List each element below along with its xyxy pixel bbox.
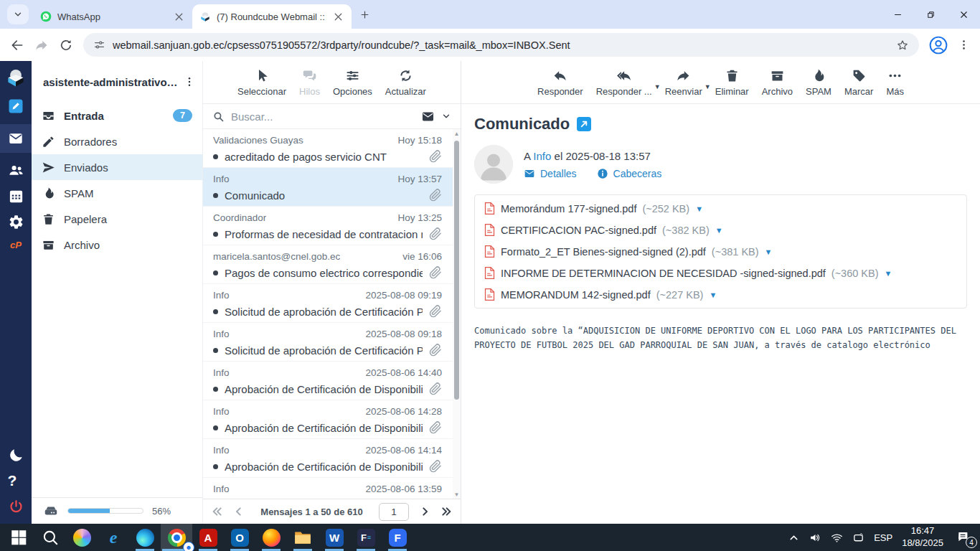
browser-profile-icon[interactable] [929,36,948,55]
close-window-button[interactable] [947,0,980,29]
message-list-item[interactable]: Info Hoy 13:57 Comunicado [203,168,461,207]
message-list-item[interactable]: Info 2025-08-06 14:14 Aprobación de Cert… [203,439,461,478]
list-toolbar-actualizar[interactable]: Actualizar ▼ [379,68,433,97]
next-page-button[interactable] [419,506,430,517]
word-app[interactable]: W [319,524,350,551]
message-list-item[interactable]: Info 2025-08-06 14:40 Aprobación de Cert… [203,362,461,400]
bookmark-star-icon[interactable] [896,39,909,52]
tab-search-button[interactable] [7,4,29,24]
url-bar[interactable]: webmail.sanjuan.gob.ec/cpsess0751905572/… [83,33,919,57]
settings-nav-button[interactable] [8,214,24,230]
tray-expand-icon[interactable] [788,532,800,544]
message-list-item[interactable]: Info 2025-08-06 14:28 Aprobación de Cert… [203,400,461,439]
volume-icon[interactable] [809,532,821,544]
folder-item-borradores[interactable]: Borradores [32,128,202,154]
message-toolbar-eliminar[interactable]: Eliminar ▼ [709,68,755,97]
list-toolbar-seleccionar[interactable]: Seleccionar ▼ [231,68,293,97]
internet-explorer-app[interactable]: e [98,524,129,551]
attachment-menu-icon[interactable]: ▼ [715,226,723,235]
folder-item-entrada[interactable]: Entrada 7 [32,103,202,128]
message-toolbar-marcar[interactable]: Marcar ▼ [838,68,880,97]
search-icon[interactable] [212,110,225,123]
close-icon[interactable] [173,11,185,23]
list-scrollbar[interactable]: ▲ ▼ [453,129,461,499]
attachment-name[interactable]: Memorándum 177-signed.pdf [501,203,636,215]
help-button[interactable]: ? [8,473,24,489]
last-page-button[interactable] [440,506,452,517]
message-toolbar-reenviar[interactable]: Reenviar ▼ [659,68,709,97]
acrobat-app[interactable]: A [192,524,224,551]
taskbar-search[interactable] [34,524,66,551]
open-in-new-window-icon[interactable] [577,117,591,131]
restore-button[interactable] [914,0,947,29]
clock[interactable]: 16:47 18/8/2025 [902,525,943,550]
folder-item-spam[interactable]: SPAM [32,180,202,206]
browser-menu-icon[interactable] [958,39,970,51]
file-explorer-app[interactable] [287,524,319,551]
blue-f-app[interactable]: F [382,524,413,551]
recipient-name[interactable]: Info [533,150,551,162]
reload-button[interactable] [59,38,73,52]
attachment-name[interactable]: CERTIFICACION PAC-signed.pdf [501,225,656,236]
attachment-item[interactable]: CERTIFICACION PAC-signed.pdf (~382 KB) ▼ [484,223,723,237]
list-toolbar-opciones[interactable]: Opciones ▼ [326,68,379,97]
prev-page-button[interactable] [233,506,245,517]
message-toolbar-responder[interactable]: Responder ... ▼ [590,68,659,97]
scroll-up-arrow[interactable]: ▲ [453,129,461,138]
message-list-item[interactable]: Validaciones Guayas Hoy 15:18 acreditado… [203,129,461,168]
page-number-input[interactable] [379,503,409,521]
first-page-button[interactable] [212,506,223,517]
attachment-name[interactable]: Formato_2_ET Bienes-signed-signed (2).pd… [501,246,706,258]
edge-app[interactable] [129,524,161,551]
cpanel-logo[interactable]: cP [10,240,22,250]
account-menu-icon[interactable] [184,76,195,88]
mail-nav-button[interactable] [0,124,32,153]
contacts-nav-button[interactable] [8,162,24,179]
copilot-app[interactable] [66,524,98,551]
details-link[interactable]: Detalles [524,168,577,179]
new-tab-button[interactable] [354,4,374,24]
firmaec-app[interactable]: F≡ [350,524,382,551]
message-list-item[interactable]: maricela.santos@cnel.gob.ec vie 16:06 Pa… [203,245,461,284]
wifi-icon[interactable] [831,532,843,544]
outlook-app[interactable]: O [224,524,255,551]
action-center-button[interactable]: 4 [956,530,971,545]
minimize-button[interactable] [881,0,914,29]
attachment-item[interactable]: Formato_2_ET Bienes-signed-signed (2).pd… [484,245,772,258]
list-toolbar-hilos[interactable]: Hilos ▼ [293,68,326,97]
start-button[interactable] [3,524,34,551]
chrome-app[interactable]: ☻ [161,524,192,551]
dark-mode-button[interactable] [8,447,24,463]
message-list-item[interactable]: Coordinador Hoy 13:25 Proformas de neces… [203,207,461,245]
url-text[interactable]: webmail.sanjuan.gob.ec/cpsess0751905572/… [113,39,889,51]
scroll-down-arrow[interactable]: ▼ [453,490,461,499]
attachment-item[interactable]: INFORME DE DETERMINACION DE NECESIDAD -s… [484,266,892,280]
scrollbar-thumb[interactable] [454,141,459,400]
message-toolbar-ms[interactable]: Más ▼ [880,68,910,97]
message-toolbar-responder[interactable]: Responder ▼ [531,68,590,97]
device-icon[interactable] [852,532,864,544]
attachment-menu-icon[interactable]: ▼ [709,291,717,299]
folder-item-papelera[interactable]: Papelera [32,206,202,232]
attachment-menu-icon[interactable]: ▼ [695,204,703,213]
calendar-nav-button[interactable] [8,188,24,204]
attachment-menu-icon[interactable]: ▼ [765,248,773,256]
compose-button[interactable] [7,98,24,115]
firefox-app[interactable] [255,524,287,551]
logout-button[interactable] [8,499,24,515]
message-list-item[interactable]: Info 2025-08-08 09:18 Solicitud de aprob… [203,323,461,362]
search-input[interactable] [231,110,415,123]
search-options-chevron-icon[interactable] [441,111,451,121]
keyboard-language[interactable]: ESP [874,532,892,543]
attachment-item[interactable]: MEMORANDUM 142-signed.pdf (~227 KB) ▼ [484,288,717,301]
message-list-item[interactable]: Info 2025-08-06 13:59 [203,478,461,499]
close-icon[interactable] [332,11,344,23]
attachment-item[interactable]: Memorándum 177-signed.pdf (~252 KB) ▼ [484,202,703,215]
message-toolbar-archivo[interactable]: Archivo ▼ [755,68,799,97]
back-button[interactable] [10,38,24,52]
attachment-menu-icon[interactable]: ▼ [885,269,892,278]
message-toolbar-spam[interactable]: SPAM ▼ [799,68,838,97]
tab-whatsapp[interactable]: WhatsApp [33,4,192,29]
folder-item-enviados[interactable]: Enviados [32,154,202,180]
attachment-name[interactable]: MEMORANDUM 142-signed.pdf [501,289,651,301]
